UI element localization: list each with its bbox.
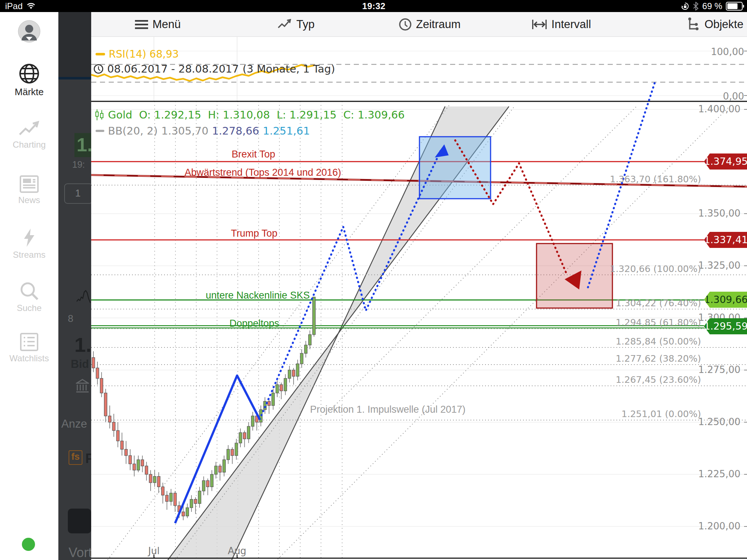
bb-label: BB(20, 2) [108,125,158,137]
y-axis-label: 1.225,00 [689,468,740,479]
date-range[interactable]: 08.06.2017 - 28.08.2017 (3 Monate, 1 Tag… [93,63,335,75]
bb-lower: 1.251,61 [263,125,310,137]
price-tag: 1.295,59 [704,318,747,334]
price-tag: 1.309,66 [704,292,747,308]
battery-percent: 69 % [702,1,722,11]
date-range-label: 08.06.2017 - 28.08.2017 [107,63,239,75]
interval-button[interactable]: Intervall [532,18,591,31]
app-sidebar: Märkte Charting News Streams [0,12,58,560]
interval-label: Intervall [551,18,591,31]
rsi-swatch [96,53,105,55]
fib-level-label: 1.320,66 (100.00%) [548,264,701,274]
x-axis-label-jul: Jul [128,545,179,556]
objects-button[interactable]: Objekte [688,17,743,32]
hamburger-icon [135,19,148,30]
chart-panel[interactable] [91,12,747,560]
y-axis-label: 1.200,00 [689,521,740,532]
sidebar-item-label: News [0,195,58,205]
bb-middle: 1.278,66 [212,125,259,137]
sidebar-item-label: Streams [0,250,58,260]
bb-upper: 1.305,70 [161,125,208,137]
x-axis-label-aug: Aug [212,545,263,556]
bluetooth-icon [693,2,698,11]
chart-toolbar: Menü Typ Zeitraum Intervall [91,12,747,37]
sidebar-item-label: Suche [0,303,58,313]
period-label: Zeitraum [416,18,461,31]
sidebar-item-label: Charting [0,140,58,150]
annotation-doubletops[interactable]: Doppeltops [229,318,279,329]
sidebar-item-label: Watchlists [0,353,58,363]
wifi-icon [26,3,36,10]
bb-swatch [96,130,104,132]
watchlist-icon [20,333,38,351]
fib-level-label: 1.267,45 (23.60%) [548,374,701,385]
rotation-lock-icon [681,2,689,11]
annotation-projection[interactable]: Projektion 1. Impulswelle (Jul 2017) [310,404,465,415]
sidebar-item-label: Märkte [0,86,58,98]
sidebar-item-charting[interactable]: Charting [0,121,58,150]
rsi-legend[interactable]: RSI(14) 68,93 [96,48,179,60]
fib-level-label: 1.285,84 (50.00%) [548,336,701,347]
fib-level-label: 1.294,85 (61.80%) [548,317,701,328]
objects-icon [688,17,700,32]
menu-button[interactable]: Menü [135,18,181,31]
fib-level-label: 1.251,01 (0.00%) [548,409,701,419]
fib-level-label: 1.277,62 (38.20%) [548,353,701,364]
symbol-legend[interactable]: Gold O: 1.292,15 H: 1.310,08 L: 1.291,15… [95,109,405,121]
annotation-downtrend[interactable]: Abwärtstrend (Tops 2014 und 2016) [185,167,341,178]
fib-level-label: 1.363,70 (161.80%) [548,174,701,184]
line-chart-icon [278,19,292,30]
dimmed-background-panel[interactable]: 1. 19: 1 8 1. Bid Anze fs F Vort [58,12,91,560]
lightning-icon [22,228,36,248]
type-label: Typ [297,18,315,31]
y-axis-label: 1.350,00 [689,208,740,219]
annotation-neckline[interactable]: untere Nackenlinie SKS [206,290,310,301]
fib-level-label: 1.304,22 (76.40%) [548,298,701,308]
symbol-ohlc: Gold O: 1.292,15 H: 1.310,08 L: 1.291,15… [108,109,405,121]
presence-indicator [22,538,35,551]
ios-status-bar: iPad 19:32 69 % [0,0,747,12]
chart-line-icon [18,121,40,137]
rsi-max-label: 100,00 [693,46,744,57]
battery-icon [726,2,743,11]
sidebar-item-news[interactable]: News [0,175,58,205]
sidebar-item-watchlists[interactable]: Watchlists [0,333,58,363]
rsi-legend-label: RSI(14) 68,93 [109,48,179,60]
search-icon [19,281,39,301]
menu-label: Menü [152,18,181,31]
clock-icon [93,64,104,74]
modal-dim-overlay [58,12,91,560]
price-tag: 1.374,95 [704,153,747,170]
y-axis-label: 1.400,00 [689,104,740,114]
sidebar-item-streams[interactable]: Streams [0,228,58,260]
type-button[interactable]: Typ [278,18,315,31]
interval-icon [532,19,547,30]
app-screen: iPad 19:32 69 % [0,0,747,560]
date-range-detail: (3 Monate, 1 Tag) [243,63,335,75]
avatar[interactable] [0,20,58,43]
bb-legend[interactable]: BB(20, 2) 1.305,70 1.278,66 1.251,61 [96,125,310,137]
clock-icon [399,18,412,31]
annotation-brexit-top[interactable]: Brexit Top [232,149,275,160]
price-tag: 1.337,41 [704,232,747,248]
period-button[interactable]: Zeitraum [399,18,461,31]
globe-icon [19,63,40,84]
news-icon [20,175,39,193]
y-axis-label: 1.275,00 [689,364,740,375]
sidebar-item-suche[interactable]: Suche [0,281,58,313]
rsi-min-label: 0,00 [693,91,744,102]
annotation-trump-top[interactable]: Trump Top [231,228,278,239]
candlestick-icon [95,109,104,121]
device-label: iPad [5,1,23,11]
objects-label: Objekte [704,18,743,31]
clock-time: 19:32 [362,1,386,11]
sidebar-item-maerkte[interactable]: Märkte [0,63,58,98]
